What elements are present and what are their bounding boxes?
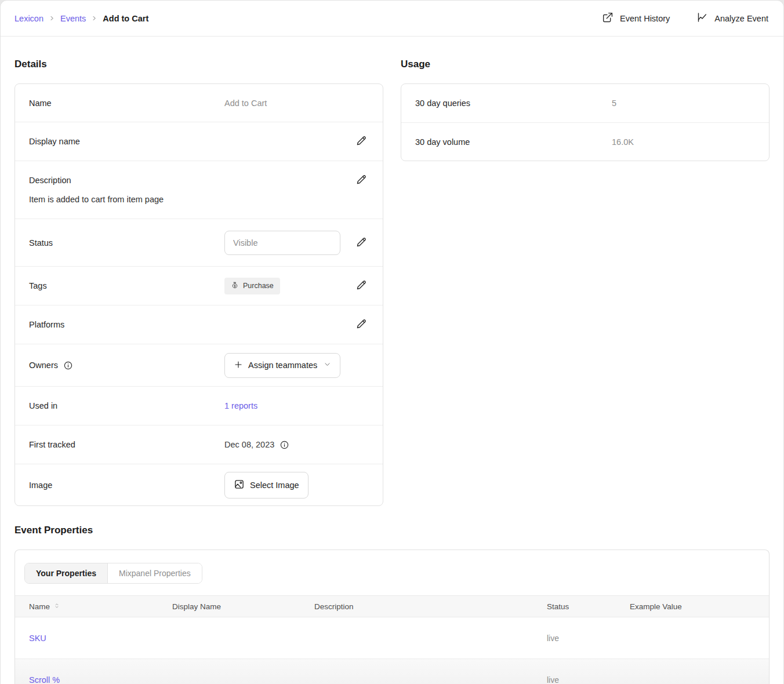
description-label: Description [29,176,224,185]
details-row-description: Description Item is added to cart from i… [15,161,383,219]
pencil-icon [355,134,368,148]
pencil-icon [355,279,368,293]
status-input[interactable] [224,231,340,255]
pencil-icon [355,173,368,187]
usage-panel: 30 day queries 5 30 day volume 16.0K [401,83,770,161]
details-section-title: Details [14,59,383,70]
details-row-owners: Owners Assign teammates [15,344,383,386]
property-example-value [616,659,769,684]
property-row-sku[interactable]: SKU live [15,617,769,659]
details-row-tags: Tags Purchase [15,266,383,305]
property-display-name [158,659,300,684]
display-name-label: Display name [29,137,224,146]
owners-label: Owners [29,361,58,370]
event-history-button[interactable]: Event History [602,12,670,25]
sort-icon [53,602,60,611]
queries-value: 5 [612,99,616,108]
info-icon[interactable] [280,440,289,450]
property-link[interactable]: Scroll % [29,675,60,684]
info-icon[interactable] [63,361,73,370]
status-label: Status [29,238,224,248]
usage-row-volume: 30 day volume 16.0K [401,122,769,161]
money-bag-icon [231,281,239,291]
column-header-example-value: Example Value [616,596,769,617]
pencil-icon [355,318,368,332]
property-status: live [547,675,559,684]
select-image-button[interactable]: Select Image [224,472,308,499]
column-header-description: Description [300,596,533,617]
property-description [300,617,533,659]
edit-tags-button[interactable] [354,278,369,294]
tab-mixpanel-properties[interactable]: Mixpanel Properties [107,563,202,583]
image-label: Image [29,481,224,490]
property-row-scroll[interactable]: Scroll % live [15,659,769,684]
usage-section-title: Usage [401,59,770,70]
analyze-event-label: Analyze Event [714,14,768,23]
details-row-name: Name Add to Cart [15,84,383,122]
plus-icon [234,360,243,371]
properties-table: Name Display Name Description Status Exa… [15,595,769,684]
column-header-status: Status [533,596,616,617]
breadcrumb: Lexicon Events Add to Cart [14,14,148,23]
tags-label: Tags [29,281,224,290]
column-header-display-name: Display Name [158,596,300,617]
breadcrumb-events[interactable]: Events [60,14,86,23]
tab-your-properties[interactable]: Your Properties [25,563,107,583]
pencil-icon [355,236,368,250]
name-value: Add to Cart [224,99,267,108]
analyze-event-button[interactable]: Analyze Event [696,12,768,25]
event-properties-section-title: Event Properties [14,525,770,536]
property-status: live [547,634,559,643]
event-history-label: Event History [620,14,670,23]
details-panel: Name Add to Cart Display name [14,83,383,506]
details-row-status: Status [15,219,383,266]
name-label: Name [29,99,224,108]
edit-display-name-button[interactable] [354,133,369,150]
tag-label: Purchase [243,282,274,290]
event-properties-panel: Your Properties Mixpanel Properties Name [14,550,770,684]
assign-teammates-label: Assign teammates [248,361,317,370]
assign-teammates-button[interactable]: Assign teammates [224,353,340,378]
tag-purchase[interactable]: Purchase [224,278,280,294]
property-example-value [616,617,769,659]
queries-label: 30 day queries [415,99,612,108]
property-display-name [158,617,300,659]
topbar-actions: Event History Analyze Event [602,12,768,25]
property-description [300,659,533,684]
details-row-image: Image Select Image [15,464,383,505]
first-tracked-label: First tracked [29,440,224,449]
details-row-first-tracked: First tracked Dec 08, 2023 [15,425,383,464]
select-image-label: Select Image [250,481,299,490]
usage-row-queries: 30 day queries 5 [401,84,769,122]
platforms-label: Platforms [29,320,224,329]
line-chart-icon [696,12,708,25]
column-header-name[interactable]: Name [29,602,158,611]
chevron-right-icon [91,15,97,21]
used-in-reports-link[interactable]: 1 reports [224,401,257,410]
used-in-label: Used in [29,401,224,410]
edit-description-button[interactable] [354,172,369,188]
lexicon-event-page: Lexicon Events Add to Cart Event History [0,0,784,684]
edit-platforms-button[interactable] [354,316,369,333]
description-value: Item is added to cart from item page [29,194,369,206]
details-row-platforms: Platforms [15,305,383,344]
details-row-display-name: Display name [15,122,383,161]
breadcrumb-lexicon[interactable]: Lexicon [14,14,43,23]
volume-value: 16.0K [612,137,634,147]
breadcrumb-current-event: Add to Cart [103,14,148,23]
first-tracked-value: Dec 08, 2023 [224,440,274,449]
topbar: Lexicon Events Add to Cart Event History [1,1,783,37]
chevron-down-icon [322,361,331,370]
details-row-used-in: Used in 1 reports [15,386,383,425]
volume-label: 30 day volume [415,137,612,147]
chevron-right-icon [49,15,55,21]
property-link[interactable]: SKU [29,634,46,643]
properties-tabs: Your Properties Mixpanel Properties [24,563,202,584]
properties-table-header: Name Display Name Description Status Exa… [15,596,769,617]
edit-status-button[interactable] [354,235,369,251]
external-link-icon [602,12,614,25]
image-icon [234,479,245,492]
